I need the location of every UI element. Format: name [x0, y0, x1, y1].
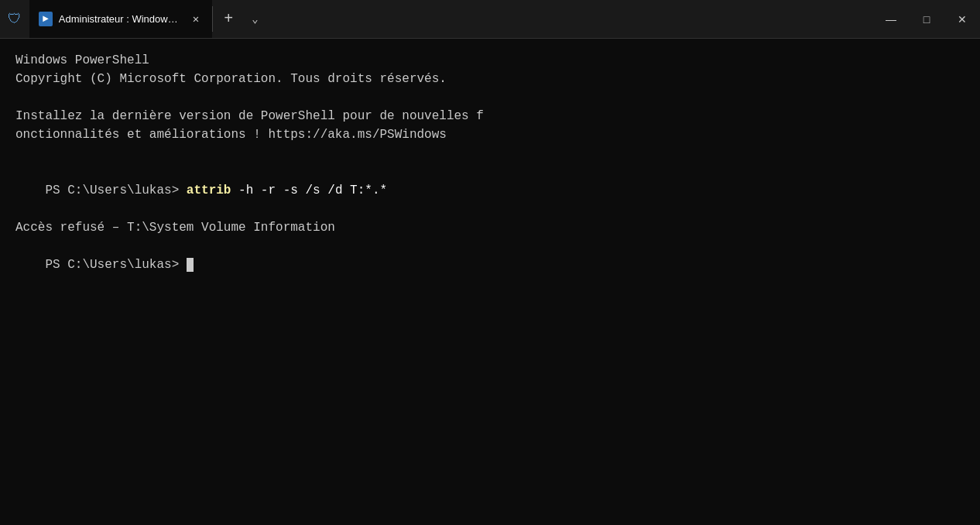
- shield-icon: 🛡: [8, 11, 22, 27]
- powershell-tab-icon: ►: [39, 12, 53, 26]
- terminal-access-denied: Accès refusé – T:\System Volume Informat…: [15, 218, 965, 237]
- window-controls: — □ ✕: [873, 0, 980, 38]
- terminal-body[interactable]: Windows PowerShell Copyright (C) Microso…: [0, 39, 980, 525]
- tab-dropdown-button[interactable]: ⌄: [244, 0, 266, 38]
- dropdown-icon: ⌄: [252, 12, 258, 26]
- close-icon: ✕: [958, 13, 967, 26]
- tab-close-button[interactable]: ✕: [189, 11, 203, 27]
- minimize-icon: —: [886, 13, 896, 26]
- cursor: [187, 258, 194, 272]
- ps-icon-label: ►: [43, 13, 49, 25]
- terminal-prompt-2: PS C:\Users\lukas>: [15, 237, 965, 293]
- terminal-empty-1: [15, 88, 965, 107]
- terminal-line-2: Copyright (C) Microsoft Corporation. Tou…: [15, 70, 965, 88]
- maximize-button[interactable]: □: [909, 0, 944, 38]
- prompt-1: PS C:\Users\lukas>: [45, 184, 186, 197]
- command-args: -h -r -s /s /d T:*.*: [231, 184, 387, 197]
- tab-area: 🛡 ► Administrateur : Windows Po► ✕ + ⌄: [0, 0, 873, 38]
- terminal-line-1: Windows PowerShell: [15, 51, 965, 70]
- minimize-button[interactable]: —: [873, 0, 909, 38]
- new-tab-button[interactable]: +: [213, 0, 244, 38]
- active-tab[interactable]: ► Administrateur : Windows Po► ✕: [29, 0, 212, 38]
- terminal-command-line: PS C:\Users\lukas> attrib -h -r -s /s /d…: [15, 163, 965, 218]
- close-button[interactable]: ✕: [944, 0, 980, 38]
- maximize-icon: □: [923, 13, 930, 26]
- prompt-2: PS C:\Users\lukas>: [45, 258, 186, 272]
- shield-icon-area: 🛡: [0, 0, 29, 38]
- terminal-empty-2: [15, 144, 965, 163]
- tab-title: Administrateur : Windows Po►: [59, 13, 183, 25]
- title-bar: 🛡 ► Administrateur : Windows Po► ✕ + ⌄ —…: [0, 0, 980, 39]
- new-tab-icon: +: [224, 10, 233, 28]
- terminal-line-5: onctionnalités et améliorations ! https:…: [15, 125, 965, 144]
- command-attrib: attrib: [187, 184, 231, 197]
- terminal-line-4: Installez la dernière version de PowerSh…: [15, 107, 965, 125]
